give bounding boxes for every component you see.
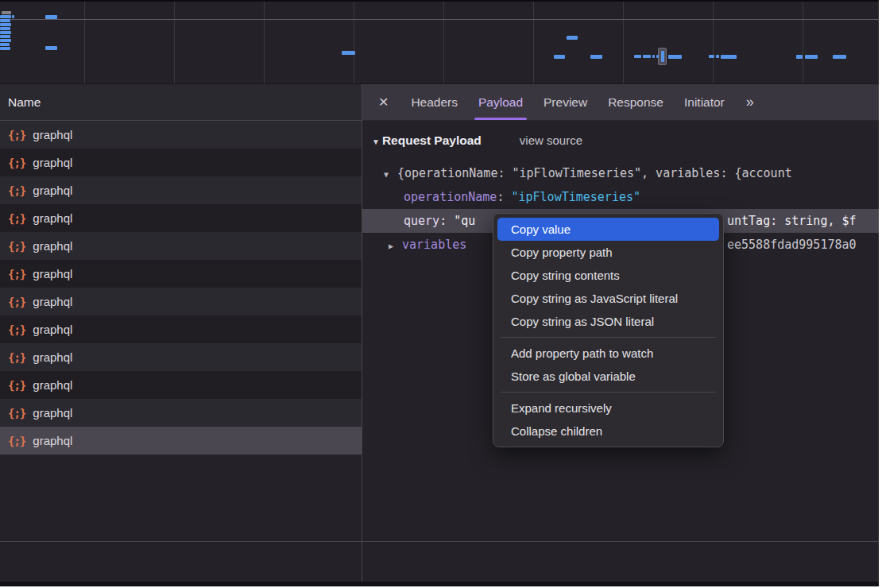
payload-section-title: Request Payload [382,133,482,148]
request-row[interactable]: {;}graphql [0,288,362,315]
menu-item-expand-recursively[interactable]: Expand recursively [497,397,719,420]
top-edge [0,0,879,2]
waterfall-bar[interactable] [0,19,10,22]
close-icon[interactable]: ✕ [378,95,389,110]
context-menu: Copy valueCopy property pathCopy string … [493,213,724,447]
tab-response[interactable]: Response [608,84,663,120]
request-row[interactable]: {;}graphql [0,371,362,399]
waterfall-bar[interactable] [45,46,57,50]
summary-divider [0,541,879,542]
tree-text: operationName [404,190,497,204]
waterfall-bar[interactable] [567,36,578,40]
tree-text: query [404,214,439,228]
menu-item-copy-value[interactable]: Copy value [497,218,719,241]
request-name: graphql [33,295,72,308]
waterfall-bar[interactable] [721,55,737,59]
waterfall-bar[interactable] [709,55,714,58]
waterfall-bar[interactable] [342,51,355,55]
menu-item-copy-string-as-javascript-literal[interactable]: Copy string as JavaScript literal [497,287,719,310]
waterfall-bar[interactable] [661,51,664,62]
name-column-header[interactable]: Name [0,84,362,121]
disclosure-arrow[interactable]: ▼ [384,163,397,185]
waterfall-bar[interactable] [0,43,10,46]
menu-item-copy-property-path[interactable]: Copy property path [497,241,719,264]
request-name: graphql [33,184,72,197]
waterfall-bar[interactable] [590,55,602,59]
json-file-icon: {;} [8,129,25,141]
tabs-container: HeadersPayloadPreviewResponseInitiator [400,84,734,120]
tree-text-fragment: untTag: string, $f [727,209,857,233]
waterfall-bar[interactable] [0,39,11,42]
detail-tab-bar: ✕ HeadersPayloadPreviewResponseInitiator… [362,84,879,121]
tree-text: "ipFlowTimeseries" [511,190,640,204]
waterfall-bar[interactable] [0,15,11,18]
waterfall-bar[interactable] [2,11,11,14]
overview-gridline [174,0,175,83]
waterfall-bar[interactable] [0,35,10,38]
request-row[interactable]: {;}graphql [0,427,362,455]
request-row[interactable]: {;}graphql [0,149,362,176]
json-file-icon: {;} [8,296,25,308]
waterfall-bar[interactable] [656,55,659,58]
json-file-icon: {;} [8,379,25,392]
menu-item-store-as-global-variable[interactable]: Store as global variable [497,365,719,388]
waterfall-bar[interactable] [668,55,682,59]
tree-text: : [439,214,454,228]
waterfall-bar[interactable] [643,55,651,58]
request-row[interactable]: {;}graphql [0,315,362,343]
overview-gridline [803,0,803,83]
payload-tree-row[interactable]: ▼{operationName: "ipFlowTimeseries", var… [362,161,879,185]
section-disclosure-arrow[interactable]: ▼ [372,137,380,146]
menu-item-add-property-path-to-watch[interactable]: Add property path to watch [497,342,719,365]
overview-gridline [623,0,624,83]
network-overview[interactable] [0,0,879,84]
tree-text: "qu [454,214,475,228]
right-edge [879,0,882,588]
overview-gridline [443,0,444,83]
menu-item-copy-string-contents[interactable]: Copy string contents [497,264,719,287]
waterfall-bar[interactable] [45,15,57,19]
tab-headers[interactable]: Headers [411,84,458,120]
request-row[interactable]: {;}graphql [0,204,362,232]
request-name: graphql [33,378,72,392]
request-name: graphql [33,239,72,253]
request-row[interactable]: {;}graphql [0,260,362,288]
waterfall-bar[interactable] [0,47,10,50]
waterfall-bar[interactable] [652,55,655,58]
request-list-pane: Name {;}graphql{;}graphql{;}graphql{;}gr… [0,84,362,588]
waterfall-bar[interactable] [0,27,10,30]
disclosure-arrow[interactable]: ▶ [389,234,402,257]
tab-initiator[interactable]: Initiator [684,84,725,120]
waterfall-bar[interactable] [796,55,803,59]
menu-item-collapse-children[interactable]: Collapse children [497,420,719,443]
json-file-icon: {;} [8,407,25,420]
waterfall-bar[interactable] [0,23,11,26]
overview-midline [0,19,879,20]
overview-gridline [533,0,534,83]
waterfall-bar[interactable] [554,55,565,59]
request-row[interactable]: {;}graphql [0,232,362,260]
payload-tree-row[interactable]: operationName: "ipFlowTimeseries" [362,185,879,209]
waterfall-bar[interactable] [805,55,818,59]
request-row[interactable]: {;}graphql [0,176,362,204]
menu-separator [501,337,716,338]
payload-section-header: ▼ Request Payload view source [362,121,879,161]
request-name: graphql [33,323,72,336]
request-name: graphql [33,156,72,169]
view-source-link[interactable]: view source [520,133,582,147]
waterfall-bar[interactable] [12,15,14,18]
waterfall-bar[interactable] [0,31,11,34]
more-tabs-icon[interactable]: » [746,94,752,110]
waterfall-bar[interactable] [716,55,719,58]
json-file-icon: {;} [8,323,25,336]
waterfall-bar[interactable] [634,55,641,58]
overview-gridline [354,0,354,83]
request-row[interactable]: {;}graphql [0,399,362,427]
tab-preview[interactable]: Preview [544,84,587,120]
waterfall-bar[interactable] [833,55,846,59]
overview-gridline [713,0,714,83]
request-row[interactable]: {;}graphql [0,343,362,371]
tab-payload[interactable]: Payload [478,84,523,120]
request-row[interactable]: {;}graphql [0,121,362,149]
menu-item-copy-string-as-json-literal[interactable]: Copy string as JSON literal [497,310,719,333]
